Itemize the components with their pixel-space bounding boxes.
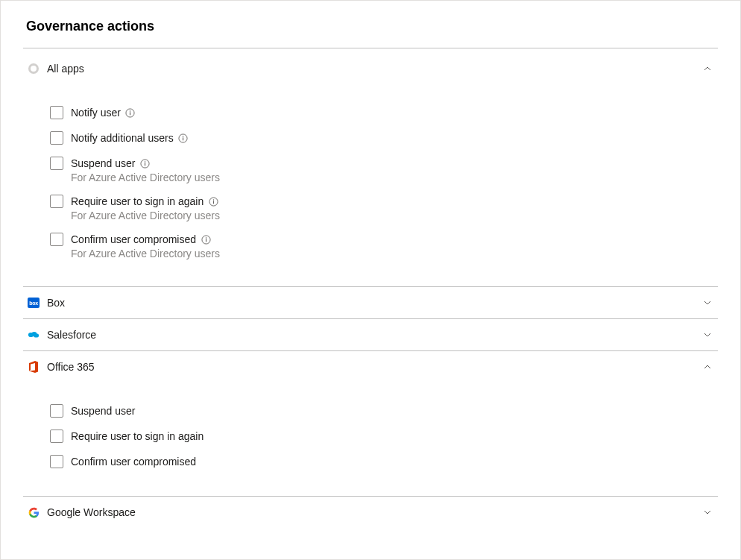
checkbox-notify-user[interactable]: [50, 106, 63, 119]
svg-rect-8: [145, 163, 145, 166]
checkbox-notify-additional-users[interactable]: [50, 131, 63, 145]
checkbox-confirm-compromised[interactable]: [50, 455, 63, 468]
option-confirm-compromised: Confirm user compromised For Azure Activ…: [50, 232, 718, 259]
svg-rect-14: [206, 239, 206, 242]
checkbox-confirm-compromised[interactable]: [50, 233, 63, 246]
option-label: Require user to sign in again: [71, 194, 204, 209]
salesforce-app-icon: [28, 329, 40, 341]
chevron-down-icon: [703, 330, 712, 339]
svg-rect-11: [213, 201, 214, 204]
info-icon[interactable]: [208, 196, 218, 207]
option-notify-user: Notify user: [50, 105, 718, 120]
section-header-office-365[interactable]: Office 365: [23, 351, 718, 383]
info-icon[interactable]: [178, 133, 189, 143]
option-confirm-compromised: Confirm user compromised: [50, 454, 718, 469]
option-label: Suspend user: [71, 156, 135, 171]
section-salesforce: Salesforce: [23, 319, 718, 351]
option-require-signin: Require user to sign in again For Azure …: [50, 194, 718, 221]
option-label: Confirm user compromised: [71, 454, 196, 469]
option-label: Confirm user compromised: [71, 232, 196, 247]
section-label: Salesforce: [47, 329, 703, 341]
section-box: box Box: [23, 287, 718, 319]
divider: [23, 48, 718, 48]
info-icon[interactable]: [139, 158, 150, 169]
section-options-office-365: Suspend user Require user to sign in aga…: [23, 383, 718, 496]
chevron-up-icon: [703, 64, 712, 73]
option-notify-additional-users: Notify additional users: [50, 130, 718, 145]
svg-point-4: [183, 136, 183, 136]
section-label: Google Workspace: [47, 506, 703, 518]
svg-point-17: [34, 333, 39, 337]
all-apps-icon: [28, 63, 40, 75]
option-require-signin: Require user to sign in again: [50, 429, 718, 444]
svg-point-1: [130, 110, 130, 111]
option-subtext: For Azure Active Directory users: [71, 172, 220, 183]
google-workspace-app-icon: [28, 506, 40, 518]
option-suspend-user: Suspend user: [50, 403, 718, 418]
section-label: Office 365: [47, 361, 703, 373]
chevron-down-icon: [703, 298, 712, 307]
section-options-all-apps: Notify user Notify additional users: [23, 84, 718, 286]
svg-point-10: [212, 199, 213, 200]
section-header-all-apps[interactable]: All apps: [23, 53, 718, 84]
section-header-google-workspace[interactable]: Google Workspace: [23, 497, 718, 528]
checkbox-require-signin[interactable]: [50, 195, 63, 208]
chevron-up-icon: [703, 362, 712, 371]
section-header-salesforce[interactable]: Salesforce: [23, 319, 718, 350]
option-label: Notify additional users: [71, 130, 174, 145]
option-subtext: For Azure Active Directory users: [71, 210, 220, 221]
section-label: Box: [47, 297, 703, 309]
option-subtext: For Azure Active Directory users: [71, 248, 220, 259]
checkbox-require-signin[interactable]: [50, 430, 63, 443]
section-google-workspace: Google Workspace: [23, 497, 718, 528]
section-header-box[interactable]: box Box: [23, 287, 718, 318]
checkbox-suspend-user[interactable]: [50, 157, 63, 170]
chevron-down-icon: [703, 508, 712, 517]
section-office-365: Office 365 Suspend user Require user to …: [23, 351, 718, 497]
option-suspend-user: Suspend user For Azure Active Directory …: [50, 156, 718, 183]
box-app-icon: box: [28, 297, 40, 309]
section-label: All apps: [47, 63, 703, 75]
option-label: Suspend user: [71, 403, 135, 418]
info-icon[interactable]: [201, 234, 211, 245]
office365-app-icon: [28, 361, 40, 373]
panel-title: Governance actions: [26, 19, 718, 34]
checkbox-suspend-user[interactable]: [50, 404, 63, 418]
section-all-apps: All apps Notify user: [23, 53, 718, 287]
svg-rect-5: [183, 137, 183, 140]
svg-rect-2: [130, 112, 130, 115]
governance-actions-panel: Governance actions All apps Notify user: [0, 0, 741, 560]
svg-point-7: [145, 161, 145, 162]
option-label: Notify user: [71, 105, 121, 120]
svg-point-13: [205, 237, 206, 238]
option-label: Require user to sign in again: [71, 429, 204, 444]
info-icon[interactable]: [125, 107, 136, 118]
